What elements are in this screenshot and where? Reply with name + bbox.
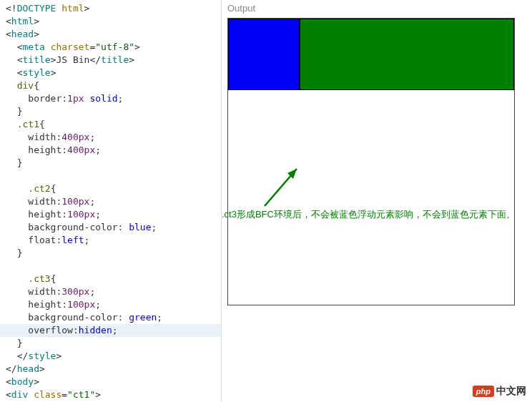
code-line[interactable]: }: [0, 157, 221, 170]
code-line[interactable]: background-color: blue;: [0, 221, 221, 234]
code-line[interactable]: width:100px;: [0, 195, 221, 208]
code-line[interactable]: width:300px;: [0, 285, 221, 298]
code-line[interactable]: <html>: [0, 15, 221, 28]
code-line[interactable]: }: [0, 247, 221, 260]
output-panel: Output .ct3形成BFC环境后，不会被蓝色浮动元素影响，不会到蓝色元素下…: [222, 0, 532, 402]
code-line[interactable]: .ct2{: [0, 182, 221, 195]
code-line[interactable]: border:1px solid;: [0, 92, 221, 105]
watermark-badge: php: [473, 386, 494, 397]
code-line[interactable]: div{: [0, 79, 221, 92]
code-line[interactable]: }: [0, 105, 221, 118]
code-line[interactable]: [0, 260, 221, 273]
arrow-icon: [257, 163, 307, 213]
code-line[interactable]: </head>: [0, 363, 221, 376]
code-line[interactable]: <!DOCTYPE html>: [0, 2, 221, 15]
code-line[interactable]: background-color: green;: [0, 311, 221, 324]
render-container-ct1: [227, 18, 515, 305]
output-label: Output: [227, 3, 526, 14]
code-line[interactable]: <head>: [0, 28, 221, 41]
code-line[interactable]: <body>: [0, 376, 221, 388]
code-line[interactable]: height:400px;: [0, 144, 221, 157]
box-ct2-blue: [228, 19, 300, 90]
code-line[interactable]: .ct3{: [0, 273, 221, 285]
code-line[interactable]: }: [0, 337, 221, 350]
watermark-text: 中文网: [496, 385, 526, 398]
code-line[interactable]: <title>JS Bin</title>: [0, 54, 221, 67]
code-editor-panel[interactable]: <!DOCTYPE html><html><head> <meta charse…: [0, 0, 222, 402]
code-line[interactable]: </style>: [0, 350, 221, 363]
code-line[interactable]: <meta charset="utf-8">: [0, 41, 221, 54]
box-ct3-green: [300, 19, 514, 90]
code-line[interactable]: width:400px;: [0, 131, 221, 144]
code-line[interactable]: .ct1{: [0, 118, 221, 131]
code-line[interactable]: height:100px;: [0, 208, 221, 221]
code-line[interactable]: [0, 170, 221, 182]
code-line[interactable]: <style>: [0, 67, 221, 79]
code-line[interactable]: height:100px;: [0, 298, 221, 311]
watermark: php 中文网: [473, 385, 526, 398]
code-line[interactable]: overflow:hidden;: [0, 324, 221, 337]
annotation-text: .ct3形成BFC环境后，不会被蓝色浮动元素影响，不会到蓝色元素下面。: [222, 207, 522, 222]
code-line[interactable]: <div class="ct1">: [0, 388, 221, 401]
code-line[interactable]: float:left;: [0, 234, 221, 247]
